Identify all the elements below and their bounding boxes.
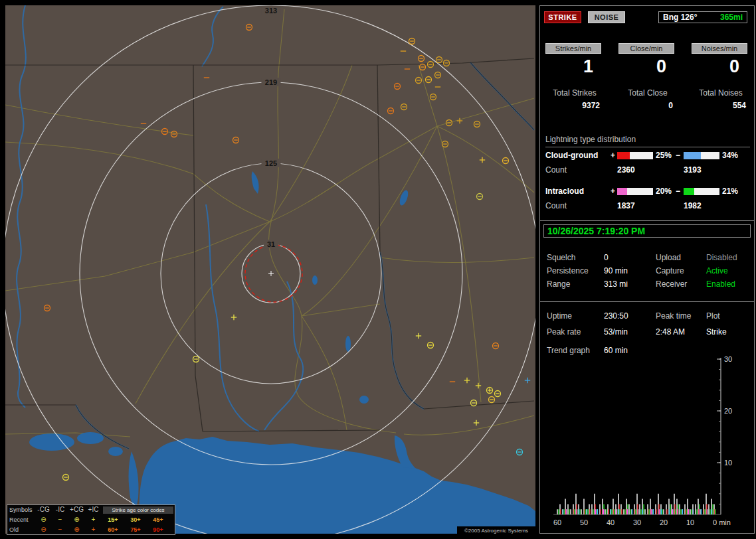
total-strikes-value: 9372: [543, 101, 607, 110]
noises-per-min-value: 0: [692, 56, 747, 77]
strikes-per-min-button[interactable]: Strikes/min: [545, 43, 601, 54]
bearing-display: Bng 126° 365mi: [658, 11, 747, 23]
close-per-min-value: 0: [618, 56, 674, 77]
total-strikes-label: Total Strikes: [543, 88, 607, 98]
cg-minus-bar-fill: [684, 152, 701, 159]
cloud-ground-label: Cloud-ground: [545, 151, 609, 160]
peak-rate-label: Peak rate: [547, 327, 581, 337]
plot-label: Plot: [706, 311, 720, 321]
total-close-value: 0: [616, 101, 680, 110]
session-row: Uptime 230:50 Peak time Plot: [540, 311, 754, 323]
pos-cg-icon: ⊕: [68, 516, 85, 523]
capture-label: Capture: [656, 266, 684, 275]
strike-toggle-button[interactable]: STRIKE: [544, 11, 581, 23]
svg-text:50: 50: [580, 518, 588, 526]
copyright-text: ©2005 Astrogenic Systems: [457, 526, 535, 535]
intracloud-label: Intracloud: [545, 187, 609, 196]
ic-plus-count: 1837: [617, 201, 635, 210]
cg-minus-pct: 34%: [722, 151, 738, 160]
session-trend-section: Uptime 230:50 Peak time Plot Peak rate 5…: [540, 302, 754, 532]
trend-graph-canvas: 1020306050403020100 min: [544, 355, 743, 532]
age-90: 90+: [147, 526, 169, 533]
neg-ic-icon: −: [52, 516, 68, 523]
cg-plus-bar-fill: [617, 152, 630, 159]
map-legend: Symbols -CG -IC +CG +IC Strike age color…: [7, 504, 175, 535]
receiver-value: Enabled: [706, 279, 735, 289]
peak-time-value: 2:48 AM: [656, 327, 685, 337]
legend-old-row: Old ⊖ − ⊕ + 60+ 75+ 90+: [7, 524, 175, 534]
old-label: Old: [7, 526, 35, 533]
pos-ic-icon: +: [85, 516, 102, 523]
svg-text:60: 60: [553, 518, 561, 526]
age-45: 45+: [147, 516, 169, 523]
minus-sign: −: [676, 151, 680, 160]
svg-text:20: 20: [660, 518, 668, 526]
svg-text:10: 10: [724, 459, 732, 467]
count-label: Count: [545, 165, 609, 175]
legend-symbols-header: Symbols: [7, 506, 35, 513]
peak-rate-value: 53/min: [604, 327, 628, 337]
upload-label: Upload: [656, 253, 681, 262]
svg-text:313: 313: [265, 7, 277, 15]
cg-plus-pct: 25%: [656, 151, 672, 160]
minus-sign: −: [676, 187, 680, 196]
bearing-label: Bng 126°: [663, 13, 697, 22]
status-row: Range 313 mi Receiver Enabled: [540, 279, 754, 291]
statistics-section: STRIKE NOISE Bng 126° 365mi Strikes/min …: [540, 6, 754, 221]
col-pos-cg: +CG: [68, 506, 85, 513]
plot-value: Strike: [706, 327, 727, 337]
ic-plus-bar: [617, 188, 653, 195]
plus-sign: +: [611, 187, 615, 196]
col-neg-ic: -IC: [52, 506, 68, 513]
ic-minus-count: 1982: [684, 201, 702, 210]
lightning-map[interactable]: 31321912531 Symbols -CG -IC +CG +IC Stri…: [5, 5, 535, 534]
pos-cg-icon: ⊕: [68, 526, 85, 533]
squelch-label: Squelch: [547, 253, 575, 262]
status-panel: STRIKE NOISE Bng 126° 365mi Strikes/min …: [539, 5, 755, 534]
persistence-label: Persistence: [547, 266, 589, 275]
range-value: 313 mi: [604, 279, 628, 289]
close-per-min-button[interactable]: Close/min: [618, 43, 674, 54]
svg-text:0 min: 0 min: [713, 518, 731, 526]
cg-minus-bar: [684, 152, 719, 159]
noise-toggle-button[interactable]: NOISE: [588, 11, 625, 23]
status-row: Squelch 0 Upload Disabled: [540, 253, 754, 265]
svg-text:31: 31: [267, 240, 275, 248]
ic-minus-pct: 21%: [722, 187, 738, 196]
ic-minus-bar: [684, 188, 719, 195]
ic-plus-pct: 20%: [656, 187, 672, 196]
squelch-value: 0: [604, 253, 609, 262]
peak-time-label: Peak time: [656, 311, 691, 321]
legend-recent-row: Recent ⊖ − ⊕ + 15+ 30+ 45+: [7, 514, 175, 524]
trend-graph-label: Trend graph: [547, 346, 590, 355]
age-15: 15+: [102, 516, 124, 523]
ic-minus-bar-fill: [684, 188, 694, 195]
trend-graph-value: 60 min: [604, 346, 628, 355]
svg-text:30: 30: [724, 355, 732, 363]
svg-text:20: 20: [724, 407, 732, 415]
svg-text:40: 40: [607, 518, 614, 526]
noises-per-min-button[interactable]: Noises/min: [692, 43, 747, 54]
strikes-per-min-value: 1: [545, 56, 601, 77]
uptime-label: Uptime: [547, 311, 572, 321]
recent-label: Recent: [7, 516, 35, 523]
age-30: 30+: [124, 516, 147, 523]
map-canvas[interactable]: 31321912531: [5, 5, 535, 534]
total-noises-value: 554: [689, 101, 753, 110]
status-row: Persistence 90 min Capture Active: [540, 266, 754, 278]
total-close-label: Total Close: [616, 88, 680, 98]
cloud-ground-count-row: Count 2360 3193: [545, 165, 749, 176]
cloud-ground-row: Cloud-ground + 25% − 34%: [545, 151, 749, 161]
svg-text:125: 125: [265, 159, 277, 167]
bearing-distance: 365mi: [720, 13, 743, 22]
cg-plus-count: 2360: [617, 165, 635, 175]
persistence-value: 90 min: [604, 266, 628, 275]
pos-ic-icon: +: [85, 526, 102, 533]
datetime-display: 10/26/2025 7:19:20 PM: [543, 224, 751, 238]
ic-plus-bar-fill: [617, 188, 627, 195]
total-noises-label: Total Noises: [689, 88, 753, 98]
neg-ic-icon: −: [52, 526, 68, 533]
age-75: 75+: [124, 526, 147, 533]
intracloud-count-row: Count 1837 1982: [545, 201, 749, 212]
cg-plus-bar: [617, 152, 653, 159]
